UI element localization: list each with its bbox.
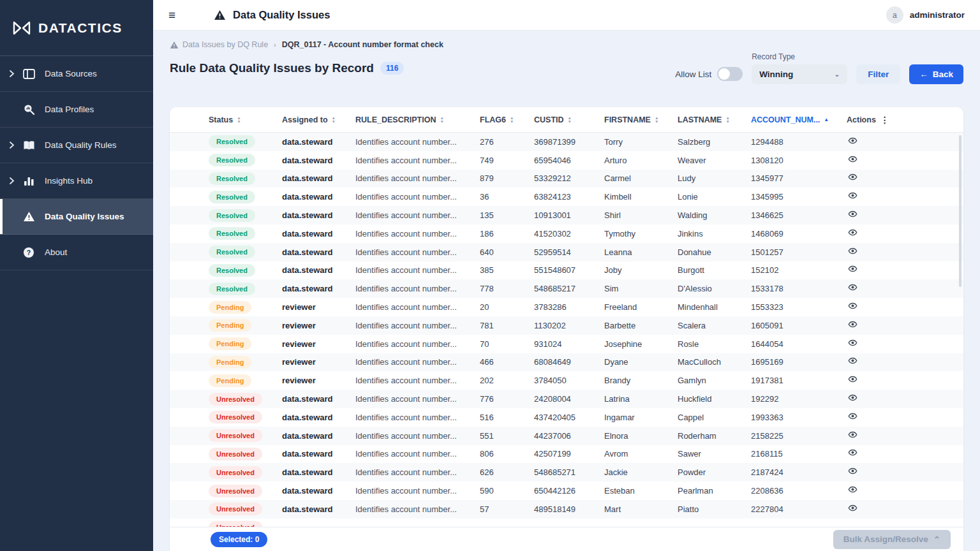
view-record-button[interactable] [839,228,963,240]
account-num-cell: 2227804 [743,504,839,514]
allow-list-toggle[interactable] [717,67,743,81]
account-num-cell: 1993363 [743,413,839,422]
flag6-cell: 36 [472,192,526,202]
profile-search-icon [22,103,36,115]
rule-description-cell: Identifies account number... [348,156,472,165]
sidebar-item-about[interactable]: ? About [0,235,153,270]
sidebar-item-label: About [45,247,67,257]
sidebar-item-data-quality-rules[interactable]: Data Quality Rules [0,128,153,163]
sidebar-item-insights-hub[interactable]: Insights Hub [0,163,153,199]
view-record-button[interactable] [839,448,963,460]
account-num-cell: 2158225 [743,431,839,441]
view-record-button[interactable] [839,136,963,148]
account-num-cell: 1695169 [743,357,839,367]
view-record-button[interactable] [839,264,963,276]
view-record-button[interactable] [839,154,963,166]
firstname-cell: Brandy [597,376,670,385]
table-row: Resolveddata.stewardIdentifies account n… [170,243,963,261]
column-header-rule-description[interactable]: RULE_DESCRIPTION▲▼ [348,115,472,124]
eye-icon [848,209,858,221]
view-record-button[interactable] [839,430,963,442]
view-record-button[interactable] [839,301,963,313]
status-badge: Pending [209,337,251,350]
eye-icon [848,356,858,368]
status-badge: Resolved [209,209,255,222]
assigned-to-cell: data.steward [274,504,348,514]
column-header-flag6[interactable]: FLAG6▲▼ [472,115,526,124]
hamburger-menu-icon[interactable]: ≡ [168,9,175,21]
vertical-scrollbar[interactable] [959,135,961,287]
lastname-cell: Lonie [670,192,743,202]
breadcrumb-current: DQR_0117 - Account number format check [282,40,443,49]
sidebar-item-data-profiles[interactable]: Data Profiles [0,92,153,128]
lastname-cell: Mindenhall [670,302,743,312]
custid-cell: 548685217 [526,284,597,293]
kebab-menu-icon[interactable]: ⋮ [880,115,889,125]
rule-description-cell: Identifies account number... [348,321,472,330]
sidebar-item-data-quality-issues[interactable]: Data Quality Issues [0,199,153,235]
view-record-button[interactable] [839,283,963,295]
view-record-button[interactable] [839,393,963,405]
flag6-cell: 202 [472,376,526,385]
account-num-cell: 2208636 [743,486,839,496]
rule-description-cell: Identifies account number... [348,229,472,239]
eye-icon [848,246,858,258]
view-record-button[interactable] [839,374,963,386]
user-menu[interactable]: a administrator [886,6,965,24]
sidebar: DATACTICS Data Sources Data Profiles Dat… [0,0,153,551]
lastname-cell: Pearlman [670,486,743,496]
view-record-button[interactable] [839,411,963,423]
account-num-cell: 1605091 [743,321,839,330]
eye-icon [848,448,858,460]
status-badge: Unresolved [209,466,262,479]
flag6-cell: 806 [472,449,526,459]
column-header-assigned-to[interactable]: Assigned to▲▼ [274,115,348,124]
filter-button[interactable]: Filter [856,64,900,84]
view-record-button[interactable] [839,485,963,497]
view-record-button[interactable] [839,246,963,258]
rule-description-cell: Identifies account number... [348,449,472,459]
firstname-cell: Joby [597,265,670,275]
account-num-cell: 1644054 [743,339,839,349]
rule-description-cell: Identifies account number... [348,173,472,183]
rule-description-cell: Identifies account number... [348,413,472,422]
column-header-actions[interactable]: Actions⋮ [839,115,963,125]
custid-cell: 548685271 [526,467,597,477]
lastname-cell: Sawer [670,449,743,459]
view-record-button[interactable] [839,320,963,332]
column-header-custid[interactable]: CUSTID▲▼ [526,115,597,124]
custid-cell: 41520302 [526,229,597,239]
flag6-cell: 70 [472,339,526,349]
view-record-button[interactable] [839,356,963,368]
account-num-cell: 192292 [743,394,839,404]
lastname-cell: Donahue [670,247,743,257]
view-record-button[interactable] [839,209,963,221]
view-record-button[interactable] [839,172,963,184]
chevron-right-icon[interactable] [9,70,19,77]
view-record-button[interactable] [839,338,963,350]
eye-icon [848,374,858,386]
lastname-cell: Rosle [670,339,743,349]
record-type-select[interactable]: Winning ⌄ [752,64,847,84]
status-badge: Pending [209,319,251,332]
back-button[interactable]: ← Back [909,64,963,84]
avatar[interactable]: a [886,6,903,24]
column-header-lastname[interactable]: LASTNAME▲▼ [670,115,743,124]
breadcrumb-parent[interactable]: Data Issues by DQ Rule [170,40,268,49]
lastname-cell: Jinkins [670,229,743,239]
column-header-account-num[interactable]: ACCOUNT_NUM...▲ [743,115,839,124]
chevron-right-icon[interactable] [9,142,19,149]
eye-icon [848,136,858,148]
sidebar-item-data-sources[interactable]: Data Sources [0,56,153,92]
view-record-button[interactable] [839,503,963,515]
chevron-right-icon[interactable] [9,177,19,184]
firstname-cell: Josephine [597,339,670,349]
column-header-status[interactable]: Status▲▼ [201,115,274,124]
bulk-assign-resolve-button[interactable]: Bulk Assign/Resolve ⌃ [833,530,951,549]
view-record-button[interactable] [839,191,963,203]
lastname-cell: Huckfield [670,394,743,404]
column-header-firstname[interactable]: FIRSTNAME▲▼ [597,115,670,124]
record-type-label: Record Type [752,52,847,61]
view-record-button[interactable] [839,466,963,478]
lastname-cell: Powder [670,467,743,477]
